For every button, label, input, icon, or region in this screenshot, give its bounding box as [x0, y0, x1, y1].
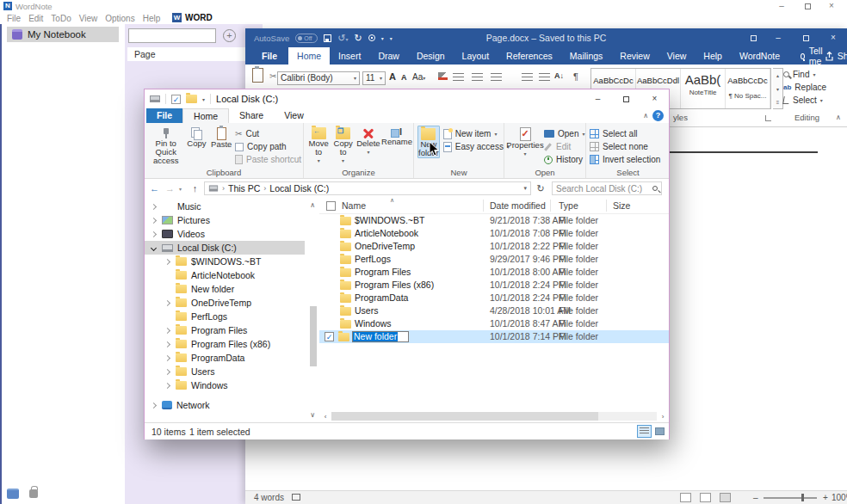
wordnote-menu-item[interactable]: File: [7, 14, 28, 23]
style-swatch[interactable]: AaBb( NoteTitle: [681, 69, 726, 108]
wordnote-restore-button[interactable]: [801, 0, 814, 11]
word-tab[interactable]: Mailings: [561, 47, 612, 65]
expander-icon[interactable]: [164, 354, 170, 360]
font-size-select[interactable]: 11▾: [362, 71, 386, 85]
file-row[interactable]: Windows 10/1/2018 8:47 AM File folder: [319, 317, 669, 330]
breadcrumb-this-pc[interactable]: This PC: [228, 183, 260, 194]
sort-icon[interactable]: A↓: [554, 71, 564, 80]
expander-icon[interactable]: [164, 258, 170, 264]
select-button[interactable]: Select▾: [783, 94, 844, 107]
breadcrumb-location[interactable]: Local Disk (C:): [269, 183, 329, 194]
tree-item[interactable]: OneDriveTemp: [145, 296, 305, 310]
cut-button[interactable]: ✂Cut: [235, 128, 301, 139]
wordnote-menu-item[interactable]: ToDo: [51, 14, 78, 23]
word-tab[interactable]: WordNote: [731, 47, 788, 65]
tell-me-button[interactable]: Tell me: [801, 47, 825, 65]
expander-icon[interactable]: [164, 327, 170, 333]
thumbnail-view-button[interactable]: [652, 425, 667, 438]
file-row[interactable]: Users 4/28/2018 10:01 AM File folder: [319, 304, 669, 317]
rename-button[interactable]: Rename: [382, 126, 411, 165]
paste-button[interactable]: Paste: [209, 126, 233, 165]
wordnote-menu-item[interactable]: Help: [143, 14, 169, 23]
expander-icon[interactable]: [164, 299, 170, 305]
word-tab[interactable]: Draw: [369, 47, 408, 65]
word-tab[interactable]: File: [250, 47, 288, 65]
ribbon-display-options-button[interactable]: [742, 28, 764, 47]
explorer-close-button[interactable]: ×: [640, 89, 669, 108]
tree-scrollbar-thumb[interactable]: [310, 306, 317, 366]
zoom-level[interactable]: 100%: [832, 493, 847, 502]
rename-edit-box[interactable]: New folder: [352, 331, 409, 342]
address-dropdown-icon[interactable]: ▾: [523, 185, 527, 192]
tree-item[interactable]: ArticleNotebook: [145, 268, 305, 282]
horizontal-scrollbar[interactable]: ‹ ›: [319, 410, 669, 422]
help-icon[interactable]: ?: [652, 110, 664, 121]
select-all-button[interactable]: Select all: [590, 128, 660, 139]
bullet-list-icon[interactable]: [453, 73, 464, 82]
file-row[interactable]: Program Files (x86) 10/1/2018 2:24 PM Fi…: [319, 279, 669, 292]
recent-locations-icon[interactable]: ▾: [179, 186, 186, 192]
replace-button[interactable]: abReplace: [783, 81, 844, 94]
add-page-button[interactable]: +: [223, 29, 236, 42]
column-date-modified[interactable]: Date modified: [490, 200, 546, 211]
tree-item[interactable]: $WINDOWS.~BT: [145, 255, 305, 268]
style-swatch[interactable]: AaBbCcDc ¶ No Spac...: [726, 69, 770, 108]
word-close-button[interactable]: ×: [819, 28, 847, 47]
tree-item[interactable]: Program Files (x86): [145, 337, 305, 351]
file-row[interactable]: $WINDOWS.~BT 9/21/2018 7:38 AM File fold…: [319, 214, 669, 227]
collapse-ribbon-icon[interactable]: ∧: [836, 114, 841, 121]
save-icon[interactable]: [324, 34, 331, 42]
grow-font-button[interactable]: A: [389, 71, 396, 82]
file-row[interactable]: ProgramData 10/1/2018 2:24 PM File folde…: [319, 292, 669, 304]
read-mode-button[interactable]: [680, 493, 691, 502]
select-none-button[interactable]: Select none: [590, 141, 660, 152]
scrollbar-thumb[interactable]: [331, 412, 598, 421]
tree-item[interactable]: Program Files: [145, 323, 305, 337]
breadcrumb[interactable]: › This PC › Local Disk (C:) ▾: [204, 181, 531, 195]
wordnote-menu-item[interactable]: Options: [105, 14, 142, 23]
delete-button[interactable]: Delete▾: [356, 126, 380, 165]
font-name-select[interactable]: Calibri (Body)▾: [277, 71, 360, 85]
expander-icon[interactable]: [164, 382, 170, 388]
pin-to-quick-access-button[interactable]: Pin to Quick access: [148, 126, 183, 165]
wordnote-minimize-button[interactable]: –: [775, 0, 788, 11]
increase-indent-icon[interactable]: [539, 73, 550, 82]
tree-item[interactable]: Pictures: [145, 213, 305, 227]
refresh-icon[interactable]: ↻: [534, 183, 547, 194]
minimize-ribbon-icon[interactable]: ∧: [643, 112, 648, 120]
zoom-out-button[interactable]: –: [753, 493, 758, 502]
wordnote-menu-item[interactable]: View: [79, 14, 106, 23]
explorer-search-input[interactable]: [556, 184, 652, 194]
word-tab[interactable]: Layout: [454, 47, 498, 65]
explorer-tab[interactable]: Share: [229, 108, 274, 123]
word-tab[interactable]: Help: [695, 47, 731, 65]
word-tab[interactable]: References: [498, 47, 561, 65]
cut-icon[interactable]: ✂: [269, 71, 276, 81]
expander-icon[interactable]: [164, 341, 170, 347]
expander-icon[interactable]: [151, 203, 157, 209]
wordnote-close-button[interactable]: ×: [825, 0, 838, 11]
word-tab[interactable]: View: [658, 47, 696, 65]
zoom-in-button[interactable]: +: [823, 493, 828, 502]
qat-new-folder-icon[interactable]: [186, 95, 197, 103]
qat-properties-icon[interactable]: ✓: [171, 95, 181, 104]
change-case-button[interactable]: Aa▾: [412, 72, 425, 82]
scroll-right-icon[interactable]: ›: [657, 413, 669, 421]
find-button[interactable]: Find▾: [783, 68, 844, 81]
explorer-maximize-button[interactable]: [612, 89, 640, 108]
proofing-icon[interactable]: [292, 494, 300, 501]
move-to-button[interactable]: ←Move to▾: [307, 126, 330, 165]
explorer-tab[interactable]: File: [146, 108, 182, 123]
tree-item[interactable]: Music: [145, 200, 305, 213]
file-row[interactable]: OneDriveTemp 10/1/2018 2:22 PM File fold…: [319, 240, 669, 253]
tree-item[interactable]: Videos: [145, 227, 305, 241]
notebook-item-my-notebook[interactable]: My Notebook: [7, 27, 119, 42]
details-view-button[interactable]: [637, 425, 652, 438]
row-checkbox-checked[interactable]: ✓: [325, 332, 334, 341]
up-button[interactable]: ↑: [189, 183, 201, 194]
paste-icon[interactable]: [252, 68, 263, 83]
multilevel-list-icon[interactable]: [491, 73, 502, 82]
word-count[interactable]: 4 words: [254, 493, 284, 502]
web-layout-button[interactable]: [720, 493, 731, 502]
copy-button[interactable]: Copy: [185, 126, 207, 165]
